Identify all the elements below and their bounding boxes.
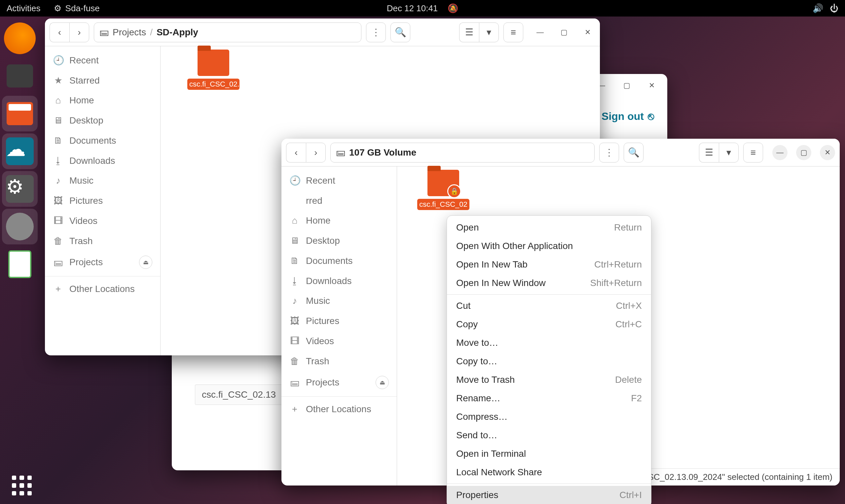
view-list[interactable]: ☰ bbox=[459, 22, 479, 42]
nav-forward[interactable]: › bbox=[69, 22, 89, 42]
sidebar-starred[interactable]: ★rred bbox=[282, 191, 397, 211]
sidebar-music[interactable]: ♪Music bbox=[282, 291, 397, 311]
sidebar-desktop[interactable]: 🖥Desktop bbox=[282, 231, 397, 251]
hamburger-menu[interactable]: ≡ bbox=[503, 22, 523, 42]
star-icon: ★ bbox=[53, 75, 64, 86]
sidebar-trash[interactable]: 🗑Trash bbox=[45, 231, 160, 251]
ctx-move-trash[interactable]: Move to TrashDelete bbox=[447, 371, 651, 389]
eject-icon[interactable]: ⏏ bbox=[376, 376, 389, 389]
bg-maximize[interactable]: ▢ bbox=[619, 78, 634, 93]
ctx-open-window[interactable]: Open In New WindowShift+Return bbox=[447, 274, 651, 292]
sidebar-music[interactable]: ♪Music bbox=[45, 171, 160, 191]
power-icon[interactable]: ⏻ bbox=[830, 3, 839, 14]
bg-close[interactable]: ✕ bbox=[644, 78, 659, 93]
dock-terminal[interactable] bbox=[2, 58, 38, 94]
crumb-sd-apply[interactable]: SD-Apply bbox=[157, 27, 198, 38]
sidebar-documents[interactable]: 🗎Documents bbox=[45, 130, 160, 150]
notifications-icon[interactable]: 🔕 bbox=[448, 3, 458, 14]
crumb-volume[interactable]: 107 GB Volume bbox=[349, 147, 416, 158]
ctx-cut[interactable]: CutCtrl+X bbox=[447, 296, 651, 315]
dock-trash[interactable] bbox=[2, 246, 38, 282]
sidebar-other-locations[interactable]: +Other Locations bbox=[282, 396, 397, 419]
view-list[interactable]: ☰ bbox=[699, 143, 719, 162]
nav-forward[interactable]: › bbox=[306, 143, 326, 162]
sidebar-label: Desktop bbox=[306, 235, 340, 246]
dock-files[interactable] bbox=[2, 96, 38, 131]
more-menu[interactable]: ⋮ bbox=[599, 143, 619, 162]
recent-icon: 🕘 bbox=[289, 175, 300, 186]
close-button[interactable]: ✕ bbox=[820, 145, 835, 160]
maximize-button[interactable]: ▢ bbox=[556, 25, 572, 40]
sidebar-label: rred bbox=[306, 196, 322, 206]
sidebar-projects[interactable]: 🖴Projects⏏ bbox=[282, 371, 397, 394]
ctx-move-to[interactable]: Move to… bbox=[447, 334, 651, 352]
sidebar-recent[interactable]: 🕘Recent bbox=[45, 50, 160, 70]
show-applications[interactable] bbox=[10, 474, 34, 498]
clock[interactable]: Dec 12 10:41 bbox=[387, 3, 438, 14]
breadcrumb[interactable]: 🖴 Projects / SD-Apply bbox=[94, 22, 361, 42]
search-button[interactable]: 🔍 bbox=[391, 22, 410, 42]
sidebar-pictures[interactable]: 🖼Pictures bbox=[45, 191, 160, 211]
pictures-icon: 🖼 bbox=[53, 195, 64, 206]
breadcrumb[interactable]: 🖴 107 GB Volume bbox=[330, 143, 595, 162]
sign-out-button[interactable]: Sign out ⎋ bbox=[601, 110, 654, 123]
minimize-button[interactable]: — bbox=[772, 145, 788, 160]
sidebar-label: Pictures bbox=[306, 316, 339, 326]
sidebar-downloads[interactable]: ⭳Downloads bbox=[45, 150, 160, 171]
maximize-button[interactable]: ▢ bbox=[796, 145, 811, 160]
crumb-sep: / bbox=[150, 27, 152, 38]
more-menu[interactable]: ⋮ bbox=[366, 22, 386, 42]
sidebar-videos[interactable]: 🎞Videos bbox=[45, 211, 160, 231]
view-dropdown[interactable]: ▾ bbox=[479, 22, 499, 42]
sidebar-pictures[interactable]: 🖼Pictures bbox=[282, 311, 397, 331]
folder-label: csc.fi_CSC_02.13.09_2024 bbox=[187, 78, 239, 90]
sidebar-home[interactable]: ⌂Home bbox=[45, 90, 160, 110]
dock-settings[interactable]: ⚙ bbox=[2, 171, 38, 207]
ctx-compress[interactable]: Compress… bbox=[447, 408, 651, 426]
sidebar-documents[interactable]: 🗎Documents bbox=[282, 251, 397, 271]
ctx-open-with[interactable]: Open With Other Application bbox=[447, 237, 651, 255]
eject-icon[interactable]: ⏏ bbox=[139, 256, 152, 269]
sidebar-recent[interactable]: 🕘Recent bbox=[282, 170, 397, 191]
ctx-open-terminal[interactable]: Open in Terminal bbox=[447, 445, 651, 463]
minimize-button[interactable]: — bbox=[533, 25, 548, 40]
ctx-send-to[interactable]: Send to… bbox=[447, 426, 651, 445]
active-app[interactable]: ⚙ Sda-fuse bbox=[54, 3, 100, 14]
folder-csc[interactable]: csc.fi_CSC_02.13.09_2024 bbox=[187, 50, 240, 90]
search-button[interactable]: 🔍 bbox=[624, 143, 644, 162]
close-button[interactable]: ✕ bbox=[580, 25, 595, 40]
ctx-rename[interactable]: Rename…F2 bbox=[447, 389, 651, 408]
view-dropdown[interactable]: ▾ bbox=[719, 143, 739, 162]
app-icon: ⚙ bbox=[54, 3, 61, 14]
pictures-icon: 🖼 bbox=[289, 316, 300, 326]
ctx-properties[interactable]: PropertiesCtrl+I bbox=[447, 486, 651, 504]
home-icon: ⌂ bbox=[289, 215, 300, 226]
ctx-copy[interactable]: CopyCtrl+C bbox=[447, 315, 651, 334]
sidebar-other-locations[interactable]: +Other Locations bbox=[45, 276, 160, 299]
sidebar-projects[interactable]: 🖴Projects⏏ bbox=[45, 251, 160, 273]
nav-back[interactable]: ‹ bbox=[50, 22, 69, 42]
dock-cloud-app[interactable]: ☁ bbox=[2, 133, 38, 169]
videos-icon: 🎞 bbox=[289, 336, 300, 346]
ctx-network-share[interactable]: Local Network Share bbox=[447, 463, 651, 482]
activities-button[interactable]: Activities bbox=[6, 3, 41, 14]
ctx-open-tab[interactable]: Open In New TabCtrl+Return bbox=[447, 255, 651, 274]
crumb-projects[interactable]: Projects bbox=[113, 27, 146, 38]
view-toggle: ☰ ▾ bbox=[459, 22, 499, 42]
hamburger-menu[interactable]: ≡ bbox=[743, 143, 763, 162]
sidebar-desktop[interactable]: 🖥Desktop bbox=[45, 110, 160, 130]
ctx-copy-to[interactable]: Copy to… bbox=[447, 352, 651, 371]
nav-back[interactable]: ‹ bbox=[286, 143, 306, 162]
dock-firefox[interactable] bbox=[2, 20, 38, 56]
sidebar-starred[interactable]: ★Starred bbox=[45, 70, 160, 90]
sidebar-downloads[interactable]: ⭳Downloads bbox=[282, 271, 397, 291]
sidebar-label: Downloads bbox=[69, 156, 115, 166]
sidebar-home[interactable]: ⌂Home bbox=[282, 211, 397, 231]
folder-csc-locked[interactable]: csc.fi_CSC_02 bbox=[417, 170, 470, 210]
sidebar-trash[interactable]: 🗑Trash bbox=[282, 351, 397, 371]
ctx-open[interactable]: OpenReturn bbox=[447, 218, 651, 237]
sidebar-videos[interactable]: 🎞Videos bbox=[282, 331, 397, 351]
volume-icon[interactable]: 🔊 bbox=[813, 3, 823, 14]
app-name: Sda-fuse bbox=[66, 3, 100, 14]
dock-disks[interactable] bbox=[2, 209, 38, 245]
